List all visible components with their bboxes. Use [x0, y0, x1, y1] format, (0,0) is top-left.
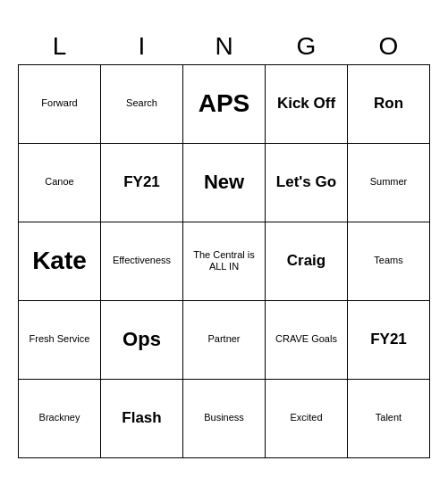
cell-0-3: Kick Off [266, 65, 348, 144]
cell-content: The Central is ALL IN [187, 249, 261, 272]
cell-content: Summer [370, 176, 408, 188]
header-letter: N [183, 29, 266, 64]
cell-0-0: Forward [19, 65, 101, 144]
cell-content: Ops [123, 328, 161, 351]
bingo-card: LINGO ForwardSearchAPSKick OffRonCanoeFY… [9, 20, 439, 467]
bingo-header: LINGO [19, 29, 430, 64]
cell-2-3: Craig [266, 222, 348, 301]
cell-content: Business [204, 412, 244, 423]
cell-content: Kick Off [277, 95, 335, 113]
cell-content: Forward [41, 97, 77, 109]
cell-content: Partner [207, 333, 240, 345]
cell-content: Ron [374, 95, 403, 113]
cell-1-4: Summer [348, 144, 430, 222]
cell-content: Teams [374, 255, 402, 266]
cell-2-0: Kate [19, 222, 101, 301]
cell-content: APS [199, 88, 250, 119]
cell-content: FY21 [370, 331, 407, 348]
header-letter: L [19, 29, 101, 64]
cell-content: Brackney [39, 412, 80, 423]
cell-content: Effectiveness [113, 255, 171, 266]
header-letter: G [266, 29, 348, 64]
cell-content: Talent [376, 412, 402, 423]
cell-content: CRAVE Goals [275, 333, 337, 345]
cell-4-3: Excited [266, 380, 348, 458]
cell-content: Canoe [45, 176, 73, 188]
cell-content: Kate [32, 246, 87, 276]
cell-1-3: Let's Go [266, 144, 348, 222]
header-letter: I [101, 29, 183, 64]
cell-2-2: The Central is ALL IN [183, 222, 266, 301]
cell-3-4: FY21 [348, 301, 430, 380]
cell-content: Excited [290, 412, 322, 423]
cell-content: Let's Go [276, 173, 336, 191]
bingo-grid: ForwardSearchAPSKick OffRonCanoeFY21NewL… [18, 64, 430, 458]
cell-3-0: Fresh Service [19, 301, 101, 380]
cell-4-2: Business [183, 380, 266, 458]
cell-content: Craig [287, 252, 325, 270]
cell-content: Fresh Service [30, 333, 90, 345]
cell-4-1: Flash [101, 380, 183, 458]
cell-3-1: Ops [101, 301, 183, 380]
header-letter: O [348, 29, 430, 64]
cell-1-0: Canoe [19, 144, 101, 222]
cell-0-2: APS [183, 65, 266, 144]
cell-1-2: New [183, 144, 266, 222]
cell-content: Search [126, 97, 157, 109]
cell-2-1: Effectiveness [101, 222, 183, 301]
cell-0-4: Ron [348, 65, 430, 144]
cell-0-1: Search [101, 65, 183, 144]
cell-4-0: Brackney [19, 380, 101, 458]
cell-content: New [204, 171, 244, 194]
cell-2-4: Teams [348, 222, 430, 301]
cell-4-4: Talent [348, 380, 430, 458]
cell-content: FY21 [123, 173, 160, 191]
cell-3-3: CRAVE Goals [266, 301, 348, 380]
cell-content: Flash [122, 409, 161, 427]
cell-3-2: Partner [183, 301, 266, 380]
cell-1-1: FY21 [101, 144, 183, 222]
